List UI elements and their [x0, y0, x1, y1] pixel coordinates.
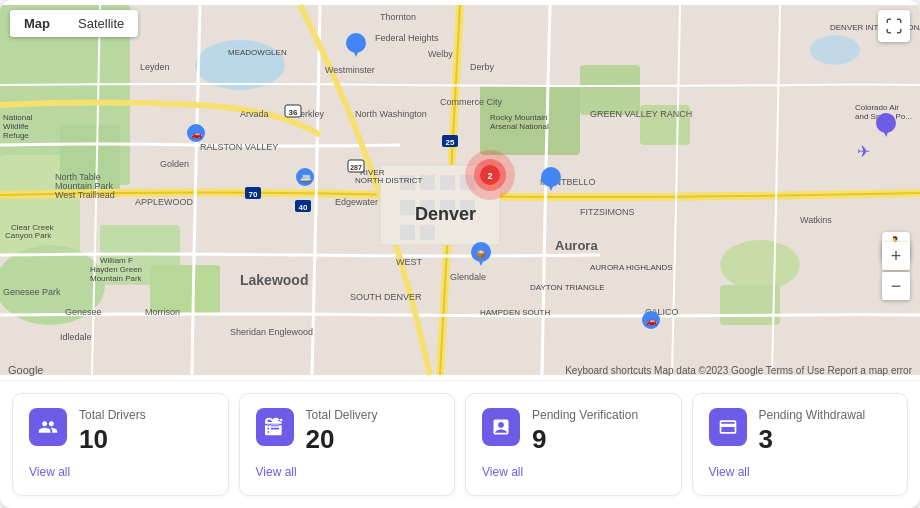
svg-text:Commerce City: Commerce City: [440, 97, 503, 107]
svg-text:Canyon Park: Canyon Park: [5, 231, 52, 240]
stat-card-top-withdrawal: Pending Withdrawal 3: [709, 408, 892, 455]
stat-card-total-delivery: Total Delivery 20 View all: [239, 393, 456, 496]
svg-text:Leyden: Leyden: [140, 62, 170, 72]
map-tab-map[interactable]: Map: [10, 10, 64, 37]
svg-text:Welby: Welby: [428, 49, 453, 59]
svg-text:📦: 📦: [476, 249, 486, 259]
svg-text:Thornton: Thornton: [380, 12, 416, 22]
verification-icon: [482, 408, 520, 446]
view-all-delivery[interactable]: View all: [256, 465, 439, 479]
svg-text:Westminster: Westminster: [325, 65, 375, 75]
svg-text:25: 25: [446, 138, 455, 147]
svg-text:Arsenal National: Arsenal National: [490, 122, 549, 131]
svg-point-12: [720, 240, 800, 290]
svg-text:✈: ✈: [857, 143, 870, 160]
svg-text:North Washington: North Washington: [355, 109, 427, 119]
svg-text:National: National: [3, 113, 33, 122]
svg-text:Aurora: Aurora: [555, 238, 598, 253]
svg-text:2: 2: [487, 171, 492, 181]
view-all-verification[interactable]: View all: [482, 465, 665, 479]
svg-text:40: 40: [299, 203, 308, 212]
svg-text:Arvada: Arvada: [240, 109, 269, 119]
svg-text:WEST: WEST: [396, 257, 423, 267]
svg-text:36: 36: [289, 108, 298, 117]
svg-text:Federal Heights: Federal Heights: [375, 33, 439, 43]
svg-text:RALSTON VALLEY: RALSTON VALLEY: [200, 142, 278, 152]
view-all-drivers[interactable]: View all: [29, 465, 212, 479]
svg-rect-19: [400, 200, 415, 215]
svg-text:287: 287: [350, 164, 362, 171]
svg-text:HAMPDEN SOUTH: HAMPDEN SOUTH: [480, 308, 550, 317]
stat-label-drivers: Total Drivers: [79, 408, 146, 424]
svg-text:APPLEWOOD: APPLEWOOD: [135, 197, 194, 207]
svg-rect-17: [440, 175, 455, 190]
zoom-out-button[interactable]: −: [882, 272, 910, 300]
svg-rect-23: [400, 225, 415, 240]
stat-card-pending-verification: Pending Verification 9 View all: [465, 393, 682, 496]
withdrawal-icon: [709, 408, 747, 446]
svg-text:Glendale: Glendale: [450, 272, 486, 282]
stat-info-withdrawal: Pending Withdrawal 3: [759, 408, 866, 455]
svg-text:Rocky Mountain: Rocky Mountain: [490, 113, 547, 122]
stat-info-delivery: Total Delivery 20: [306, 408, 378, 455]
svg-text:Derby: Derby: [470, 62, 495, 72]
stat-value-verification: 9: [532, 424, 638, 455]
stat-info-verification: Pending Verification 9: [532, 408, 638, 455]
svg-text:Wildlife: Wildlife: [3, 122, 29, 131]
stat-card-top-verification: Pending Verification 9: [482, 408, 665, 455]
map-background: Denver Lakewood Aurora North Table Mount…: [0, 0, 920, 380]
svg-text:MEADOWGLEN: MEADOWGLEN: [228, 48, 287, 57]
drivers-icon: [29, 408, 67, 446]
stat-card-total-drivers: Total Drivers 10 View all: [12, 393, 229, 496]
svg-rect-10: [580, 65, 640, 115]
stat-card-top-delivery: Total Delivery 20: [256, 408, 439, 455]
stats-section: Total Drivers 10 View all Total Delivery…: [0, 380, 920, 508]
map-attribution: Keyboard shortcuts Map data ©2023 Google…: [565, 365, 912, 376]
stat-card-top: Total Drivers 10: [29, 408, 212, 455]
map-tab-satellite[interactable]: Satellite: [64, 10, 138, 37]
svg-text:DAYTON TRIANGLE: DAYTON TRIANGLE: [530, 283, 605, 292]
stat-label-verification: Pending Verification: [532, 408, 638, 424]
map-section: Map Satellite 🚶 + −: [0, 0, 920, 380]
svg-text:Watkins: Watkins: [800, 215, 832, 225]
stat-value-drivers: 10: [79, 424, 146, 455]
stat-label-delivery: Total Delivery: [306, 408, 378, 424]
stat-value-withdrawal: 3: [759, 424, 866, 455]
view-all-withdrawal[interactable]: View all: [709, 465, 892, 479]
svg-text:🚗: 🚗: [191, 128, 203, 140]
svg-text:🚐: 🚐: [300, 172, 312, 184]
svg-text:Sheridan Englewood: Sheridan Englewood: [230, 327, 313, 337]
svg-text:AURORA HIGHLANDS: AURORA HIGHLANDS: [590, 263, 673, 272]
delivery-icon: [256, 408, 294, 446]
svg-text:GREEN VALLEY RANCH: GREEN VALLEY RANCH: [590, 109, 692, 119]
svg-text:Edgewater: Edgewater: [335, 197, 378, 207]
svg-text:Genesee Park: Genesee Park: [3, 287, 61, 297]
zoom-controls: + −: [882, 242, 910, 300]
svg-text:Morrison: Morrison: [145, 307, 180, 317]
fullscreen-button[interactable]: [878, 10, 910, 42]
svg-text:🚗: 🚗: [646, 315, 658, 327]
svg-rect-24: [420, 225, 435, 240]
svg-text:Genesee: Genesee: [65, 307, 102, 317]
stat-label-withdrawal: Pending Withdrawal: [759, 408, 866, 424]
svg-text:Hayden Green: Hayden Green: [90, 265, 142, 274]
svg-text:Golden: Golden: [160, 159, 189, 169]
svg-text:FITZSIMONS: FITZSIMONS: [580, 207, 635, 217]
svg-text:Idledale: Idledale: [60, 332, 92, 342]
stat-info-drivers: Total Drivers 10: [79, 408, 146, 455]
svg-text:Refuge: Refuge: [3, 131, 29, 140]
svg-text:SOUTH DENVER: SOUTH DENVER: [350, 292, 422, 302]
svg-text:William F: William F: [100, 256, 133, 265]
svg-text:Denver: Denver: [415, 204, 476, 224]
svg-text:Lakewood: Lakewood: [240, 272, 308, 288]
svg-text:Colorado Air: Colorado Air: [855, 103, 899, 112]
stat-value-delivery: 20: [306, 424, 378, 455]
svg-text:70: 70: [249, 190, 258, 199]
main-container: Map Satellite 🚶 + −: [0, 0, 920, 508]
svg-text:West Trailhead: West Trailhead: [55, 190, 115, 200]
svg-text:Mountain Park: Mountain Park: [90, 274, 143, 283]
svg-point-2: [810, 35, 860, 65]
svg-rect-13: [720, 285, 780, 325]
map-tab-group: Map Satellite: [10, 10, 138, 37]
zoom-in-button[interactable]: +: [882, 242, 910, 270]
